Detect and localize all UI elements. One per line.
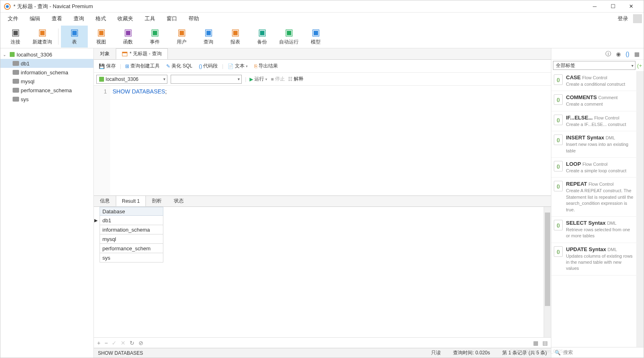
run-button[interactable]: ▶运行▾: [249, 76, 267, 82]
eye-icon[interactable]: ◉: [616, 51, 621, 57]
tool-查询[interactable]: ▣查询: [195, 26, 222, 48]
explain-button[interactable]: ☷解释: [288, 76, 304, 82]
delete-row-icon[interactable]: −: [104, 340, 108, 346]
snippet-item[interactable]: ()IF...ELSE... Flow ControlCreate a IF..…: [551, 111, 636, 131]
snippet-item[interactable]: ()CASE Flow ControlCreate a conditional …: [551, 71, 636, 91]
titlebar: * 无标题 - 查询 - Navicat Premium ─ ☐ ✕: [0, 0, 644, 13]
menu-help[interactable]: 帮助: [183, 13, 205, 24]
tree-db-information_schema[interactable]: information_schema: [0, 68, 93, 77]
maximize-button[interactable]: ☐: [604, 1, 622, 12]
menu-view[interactable]: 查看: [46, 13, 68, 24]
tab-label: 对象: [100, 50, 110, 57]
table-row[interactable]: mysql: [100, 234, 163, 244]
stop-button[interactable]: ■停止: [271, 76, 284, 82]
snippet-category: Flow Control: [594, 115, 619, 120]
tool-icon: ▣: [312, 27, 320, 38]
tool-新建查询[interactable]: ▣新建查询: [29, 26, 56, 48]
snippet-search[interactable]: 🔍 搜索: [551, 347, 644, 358]
svg-rect-4: [122, 52, 127, 53]
menu-favorites[interactable]: 收藏夹: [112, 13, 139, 24]
snippet-title: SELECT Syntax: [566, 220, 606, 226]
menu-file[interactable]: 文件: [2, 13, 24, 24]
tool-函数[interactable]: ▣函数: [115, 26, 141, 48]
table-row[interactable]: ▶db1: [100, 216, 163, 225]
status-readonly: 只读: [431, 349, 441, 356]
save-button[interactable]: 💾保存: [96, 62, 118, 70]
tool-用户[interactable]: ▣用户: [168, 26, 195, 48]
menu-query[interactable]: 查询: [68, 13, 90, 24]
tool-备份[interactable]: ▣备份: [249, 26, 275, 48]
tool-报表[interactable]: ▣报表: [222, 26, 249, 48]
tab-result[interactable]: Result 1: [116, 195, 146, 206]
refresh-icon[interactable]: ↻: [130, 340, 134, 346]
add-row-icon[interactable]: +: [97, 340, 100, 346]
snippet-button[interactable]: ()代码段: [196, 62, 220, 70]
snippet-item[interactable]: ()REPEAT Flow ControlCreate A REPEAT con…: [551, 178, 636, 217]
tab-info[interactable]: 信息: [94, 195, 116, 206]
snippet-category: Flow Control: [582, 75, 607, 80]
tab-status[interactable]: 状态: [168, 195, 190, 206]
tree-db-performance_schema[interactable]: performance_schema: [0, 86, 93, 95]
tab-profile[interactable]: 剖析: [146, 195, 168, 206]
snippet-title: UPDATE Syntax: [566, 246, 606, 252]
table-row[interactable]: sys: [100, 253, 163, 263]
info-icon[interactable]: ⓘ: [605, 50, 611, 58]
svg-point-1: [6, 5, 9, 8]
tree-db-sys[interactable]: sys: [0, 95, 93, 104]
snippet-item[interactable]: ()SELECT Syntax DMLRetrieve rows selecte…: [551, 217, 636, 243]
tool-事件[interactable]: ▣事件: [141, 26, 168, 48]
grid-view-icon[interactable]: ▦: [533, 340, 538, 346]
menu-edit[interactable]: 编辑: [24, 13, 46, 24]
snippet-title: LOOP: [566, 161, 581, 167]
snippet-icon: (): [554, 94, 563, 105]
snippet-desc: Insert new rows into an existing table: [566, 141, 634, 154]
expand-icon[interactable]: ⌄: [3, 52, 8, 57]
tree-connection[interactable]: ⌄ localhost_3306: [0, 50, 93, 59]
menu-tools[interactable]: 工具: [139, 13, 161, 24]
snippet-item[interactable]: ()COMMENTS CommentCreate a comment: [551, 91, 636, 111]
code-area[interactable]: SHOW DATABASES;: [110, 86, 167, 195]
brackets-icon[interactable]: (): [626, 51, 629, 57]
tool-模型[interactable]: ▣模型: [302, 26, 329, 48]
minimize-button[interactable]: ─: [585, 1, 604, 12]
export-button[interactable]: ⎘导出结果: [252, 62, 280, 70]
column-header[interactable]: Database: [100, 207, 163, 216]
text-button[interactable]: 📄文本▾: [225, 62, 250, 70]
sql-editor[interactable]: 1 SHOW DATABASES;: [94, 86, 551, 195]
tool-表[interactable]: ▣表: [61, 26, 88, 48]
snippet-title: COMMENTS: [566, 94, 597, 100]
connection-combo[interactable]: localhost_3306: [96, 75, 167, 84]
login-link[interactable]: 登录: [614, 13, 631, 24]
close-button[interactable]: ✕: [622, 1, 640, 12]
snippet-item[interactable]: ()INSERT Syntax DMLInsert new rows into …: [551, 131, 636, 158]
grid-icon[interactable]: ▦: [634, 51, 640, 57]
db-label: sys: [21, 96, 29, 102]
snippet-item[interactable]: ()LOOP Flow ControlCreate a simple loop …: [551, 158, 636, 178]
snippet-item[interactable]: ()UPDATE Syntax DMLUpdates columns of ex…: [551, 243, 636, 276]
table-row[interactable]: information_schema: [100, 225, 163, 234]
panel-view-icons: ⓘ ◉ () ▦: [551, 48, 644, 60]
form-view-icon[interactable]: ▤: [542, 340, 548, 346]
avatar-icon[interactable]: [633, 14, 642, 23]
vertical-scrollbar[interactable]: [544, 207, 551, 337]
beautify-sql-button[interactable]: ✎美化 SQL: [164, 62, 195, 70]
menu-format[interactable]: 格式: [90, 13, 112, 24]
tab-objects[interactable]: 对象: [94, 48, 116, 59]
stop-icon[interactable]: ⊘: [139, 340, 143, 346]
tag-filter-combo[interactable]: 全部标签: [553, 61, 635, 70]
menu-window[interactable]: 窗口: [161, 13, 183, 24]
panel-scrollbar[interactable]: [636, 71, 644, 347]
database-combo[interactable]: [171, 75, 242, 84]
table-row[interactable]: performance_schem: [100, 244, 163, 253]
tree-db-mysql[interactable]: mysql: [0, 77, 93, 86]
add-snippet-icon[interactable]: (+: [637, 63, 642, 69]
tool-连接[interactable]: ▣连接: [2, 26, 29, 48]
tool-icon: ▣: [285, 27, 293, 38]
tool-label: 查询: [204, 39, 213, 46]
tool-视图[interactable]: ▣视图: [88, 26, 115, 48]
tab-query[interactable]: * 无标题 - 查询: [116, 48, 168, 59]
query-builder-button[interactable]: ⊞查询创建工具: [123, 62, 162, 70]
tool-自动运行[interactable]: ▣自动运行: [275, 26, 302, 48]
db-label: information_schema: [21, 69, 68, 76]
tree-db-db1[interactable]: db1: [0, 59, 93, 68]
